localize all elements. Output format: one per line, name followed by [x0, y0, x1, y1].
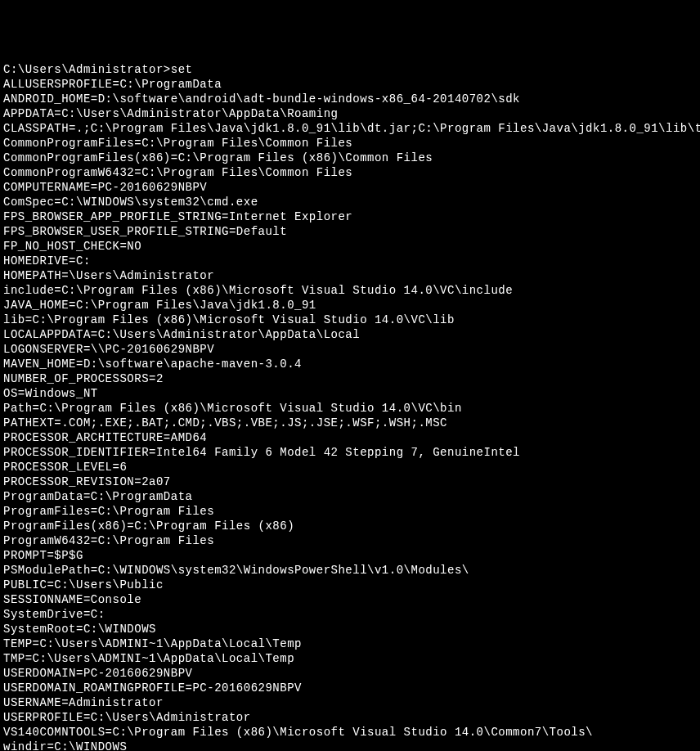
- env-var-line: Path=C:\Program Files (x86)\Microsoft Vi…: [3, 401, 697, 416]
- env-var-line: PATHEXT=.COM;.EXE;.BAT;.CMD;.VBS;.VBE;.J…: [3, 416, 697, 430]
- env-var-line: ProgramW6432=C:\Program Files: [3, 533, 697, 548]
- env-var-line: SystemRoot=C:\WINDOWS: [3, 622, 697, 636]
- env-var-line: VS140COMNTOOLS=C:\Program Files (x86)\Mi…: [3, 725, 697, 740]
- env-var-line: LOCALAPPDATA=C:\Users\Administrator\AppD…: [3, 327, 697, 342]
- env-var-line: JAVA_HOME=C:\Program Files\Java\jdk1.8.0…: [3, 298, 697, 313]
- env-var-line: FP_NO_HOST_CHECK=NO: [3, 239, 697, 254]
- env-var-line: NUMBER_OF_PROCESSORS=2: [3, 371, 697, 386]
- env-var-line: ProgramData=C:\ProgramData: [3, 489, 697, 504]
- env-var-line: USERPROFILE=C:\Users\Administrator: [3, 710, 697, 725]
- env-var-line: MAVEN_HOME=D:\software\apache-maven-3.0.…: [3, 357, 697, 371]
- env-var-line: CommonProgramW6432=C:\Program Files\Comm…: [3, 165, 697, 180]
- env-var-line: ProgramFiles=C:\Program Files: [3, 504, 697, 519]
- env-var-line: OS=Windows_NT: [3, 386, 697, 401]
- env-var-line: PSModulePath=C:\WINDOWS\system32\Windows…: [3, 563, 697, 578]
- env-var-line: PUBLIC=C:\Users\Public: [3, 578, 697, 592]
- env-var-line: USERDOMAIN_ROAMINGPROFILE=PC-20160629NBP…: [3, 681, 697, 695]
- env-var-line: SESSIONNAME=Console: [3, 592, 697, 607]
- env-var-line: COMPUTERNAME=PC-20160629NBPV: [3, 180, 697, 195]
- terminal-output[interactable]: C:\Users\Administrator>setALLUSERSPROFIL…: [3, 62, 697, 751]
- env-var-line: APPDATA=C:\Users\Administrator\AppData\R…: [3, 106, 697, 121]
- env-var-line: PROMPT=$P$G: [3, 548, 697, 563]
- env-var-line: CommonProgramFiles(x86)=C:\Program Files…: [3, 151, 697, 165]
- env-var-line: HOMEDRIVE=C:: [3, 254, 697, 268]
- env-var-line: include=C:\Program Files (x86)\Microsoft…: [3, 283, 697, 298]
- env-var-line: TMP=C:\Users\ADMINI~1\AppData\Local\Temp: [3, 651, 697, 666]
- env-var-line: ComSpec=C:\WINDOWS\system32\cmd.exe: [3, 195, 697, 209]
- env-var-line: USERNAME=Administrator: [3, 695, 697, 710]
- env-var-line: HOMEPATH=\Users\Administrator: [3, 268, 697, 283]
- command-prompt-line: C:\Users\Administrator>set: [3, 62, 697, 77]
- env-var-line: USERDOMAIN=PC-20160629NBPV: [3, 666, 697, 681]
- env-var-line: lib=C:\Program Files (x86)\Microsoft Vis…: [3, 313, 697, 327]
- env-var-line: PROCESSOR_ARCHITECTURE=AMD64: [3, 430, 697, 445]
- env-var-line: FPS_BROWSER_USER_PROFILE_STRING=Default: [3, 224, 697, 239]
- env-var-line: PROCESSOR_IDENTIFIER=Intel64 Family 6 Mo…: [3, 445, 697, 460]
- env-var-line: CLASSPATH=.;C:\Program Files\Java\jdk1.8…: [3, 121, 697, 136]
- env-var-line: ANDROID_HOME=D:\software\android\adt-bun…: [3, 92, 697, 106]
- env-var-line: CommonProgramFiles=C:\Program Files\Comm…: [3, 136, 697, 151]
- env-var-line: LOGONSERVER=\\PC-20160629NBPV: [3, 342, 697, 357]
- env-var-line: FPS_BROWSER_APP_PROFILE_STRING=Internet …: [3, 209, 697, 224]
- env-var-line: TEMP=C:\Users\ADMINI~1\AppData\Local\Tem…: [3, 636, 697, 651]
- env-var-line: SystemDrive=C:: [3, 607, 697, 622]
- env-var-line: windir=C:\WINDOWS: [3, 740, 697, 751]
- env-var-line: ProgramFiles(x86)=C:\Program Files (x86): [3, 519, 697, 533]
- env-var-line: PROCESSOR_REVISION=2a07: [3, 474, 697, 489]
- prompt: C:\Users\Administrator>: [3, 63, 171, 76]
- env-var-line: ALLUSERSPROFILE=C:\ProgramData: [3, 77, 697, 92]
- env-var-line: PROCESSOR_LEVEL=6: [3, 460, 697, 474]
- command: set: [171, 63, 193, 76]
